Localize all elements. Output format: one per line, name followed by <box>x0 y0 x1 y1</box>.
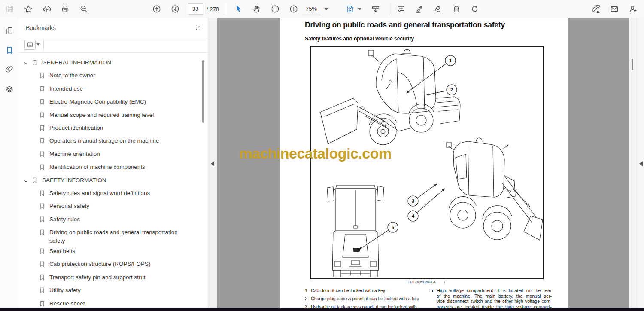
link-cloud-icon <box>591 4 601 14</box>
bookmark-glyph-icon <box>39 274 46 281</box>
rail-attachments-button[interactable] <box>3 62 16 76</box>
print-icon <box>61 4 70 14</box>
bookmark-item[interactable]: Identification of machine components <box>19 161 208 174</box>
chevron-down-icon[interactable] <box>36 43 40 46</box>
bookmark-item[interactable]: Personal safety <box>19 200 208 213</box>
bookmark-item-label: Product identification <box>49 122 103 132</box>
bookmark-item[interactable]: Safety rules and signal word definitions <box>19 187 208 200</box>
figure-frame: 12345 <box>310 46 544 279</box>
share-group <box>589 0 639 18</box>
bookmark-item-label: Driving on public roads and general tran… <box>49 226 191 245</box>
bookmark-item-label: Note to the owner <box>49 69 95 80</box>
bookmark-item[interactable]: Machine orientation <box>19 148 208 161</box>
save-button[interactable] <box>3 3 16 15</box>
legend-item: 2.Charge plug access panel: it can be lo… <box>305 296 427 302</box>
bookmark-item[interactable]: Driving on public roads and general tran… <box>19 226 208 245</box>
svg-text:4: 4 <box>412 213 415 219</box>
highlighter-icon <box>415 4 424 14</box>
page-up-icon <box>152 4 161 14</box>
bookmark-item[interactable]: Seat belts <box>19 245 208 258</box>
zoom-out-button[interactable] <box>269 3 282 15</box>
bookmark-item[interactable]: Cab protection structure (ROPS/FOPS) <box>19 258 208 271</box>
bookmark-item-label: Electro-Magnetic Compatibility (EMC) <box>49 95 146 106</box>
bookmark-item[interactable]: SAFETY INFORMATION <box>19 174 208 187</box>
bookmark-item[interactable]: Note to the owner <box>19 69 208 82</box>
annotation-tools-group <box>395 0 481 18</box>
bookmark-item-label: Safety rules and signal word definitions <box>49 187 150 198</box>
bookmark-item[interactable]: Safety rules <box>19 213 208 226</box>
plus-circle-icon <box>289 4 298 14</box>
highlight-button[interactable] <box>413 3 426 15</box>
bookmark-glyph-icon <box>39 137 46 144</box>
bookmark-item-label: Utility safety <box>49 284 81 295</box>
previous-page-button[interactable] <box>150 3 163 15</box>
fit-width-button[interactable] <box>369 3 382 15</box>
view-tools-group <box>232 0 300 18</box>
close-icon <box>194 25 201 31</box>
next-page-button[interactable] <box>169 3 182 15</box>
document-scrollbar-thumb[interactable] <box>632 59 633 70</box>
comment-button[interactable] <box>395 3 407 15</box>
bookmark-item[interactable]: Operator's manual storage on the machine <box>19 134 208 147</box>
document-viewport[interactable]: Driving on public roads and general tran… <box>217 18 629 308</box>
bookmark-item-label: SAFETY INFORMATION <box>42 174 106 185</box>
bookmark-item[interactable]: Product identification <box>19 122 208 134</box>
search-button[interactable] <box>77 3 90 15</box>
bookmark-item[interactable]: Utility safety <box>19 284 208 297</box>
bookmark-item[interactable]: Intended use <box>19 82 208 95</box>
bookmark-item[interactable]: Rescue sheet <box>19 297 208 308</box>
watermark-text: machinecatalogic.com <box>239 145 392 162</box>
favorite-button[interactable] <box>22 3 35 15</box>
toolbar-divider <box>224 3 224 15</box>
rotate-button[interactable] <box>468 3 481 15</box>
bookmark-item[interactable]: Electro-Magnetic Compatibility (EMC) <box>19 95 208 108</box>
share-upload-button[interactable] <box>40 3 53 15</box>
close-panel-button[interactable] <box>193 24 202 32</box>
bookmark-glyph-icon <box>39 248 46 255</box>
bookmark-item[interactable]: Manual scope and required training level <box>19 109 208 122</box>
bookmark-tree: GENERAL INFORMATIONNote to the ownerInte… <box>19 53 208 308</box>
fit-page-button[interactable] <box>343 3 356 15</box>
rotate-icon <box>470 4 480 14</box>
search-loupe-icon <box>79 4 88 14</box>
share-link-button[interactable] <box>589 3 602 15</box>
page-title: Driving on public roads and general tran… <box>305 21 505 30</box>
chevron-down-icon[interactable] <box>23 178 29 183</box>
bookmark-item-label: Intended use <box>49 82 83 93</box>
bookmarks-scrollbar-thumb[interactable] <box>202 60 204 123</box>
delete-button[interactable] <box>450 3 463 15</box>
svg-text:3: 3 <box>412 198 414 204</box>
rail-bookmarks-button[interactable] <box>3 43 16 57</box>
zoom-in-button[interactable] <box>287 3 300 15</box>
bookmark-item[interactable]: GENERAL INFORMATION <box>19 56 208 69</box>
chevron-down-icon[interactable] <box>23 60 29 66</box>
collapse-panel-arrow-icon[interactable] <box>211 161 214 166</box>
zoom-level-dropdown[interactable]: 75% <box>302 4 328 14</box>
save-icon <box>5 4 15 14</box>
account-button[interactable] <box>626 3 639 15</box>
hand-tool-button[interactable] <box>250 3 263 15</box>
bookmark-list-options-button[interactable] <box>24 40 36 50</box>
document-scrollbar[interactable] <box>629 18 637 308</box>
legend-item: 3.Hydraulic oil tank access panel: it ca… <box>305 304 427 308</box>
bookmark-glyph-icon <box>39 125 46 131</box>
rail-pages-button[interactable] <box>3 24 16 38</box>
print-button[interactable] <box>59 3 72 15</box>
chevron-down-icon[interactable] <box>358 8 361 10</box>
legend-item: 1.Cab door: it can be locked with a key <box>305 288 427 293</box>
email-button[interactable] <box>608 3 621 15</box>
panel-splitter[interactable] <box>208 18 217 308</box>
page-number-input[interactable]: 33 <box>188 3 203 15</box>
sidebar-rail <box>0 18 19 308</box>
signature-button[interactable] <box>431 3 444 15</box>
select-tool-button[interactable] <box>232 3 245 15</box>
bookmark-glyph-icon <box>39 287 46 294</box>
collapse-panel-arrow-icon[interactable] <box>639 161 643 166</box>
bookmark-item[interactable]: Transport safety pin and support strut <box>19 271 208 284</box>
rail-layers-button[interactable] <box>3 82 16 96</box>
bookmark-item-label: GENERAL INFORMATION <box>42 56 111 67</box>
bookmark-item-label: Rescue sheet <box>49 297 85 308</box>
bookmark-glyph-icon <box>39 216 46 223</box>
svg-text:1: 1 <box>449 58 452 63</box>
panel-title: Bookmarks <box>26 24 56 31</box>
